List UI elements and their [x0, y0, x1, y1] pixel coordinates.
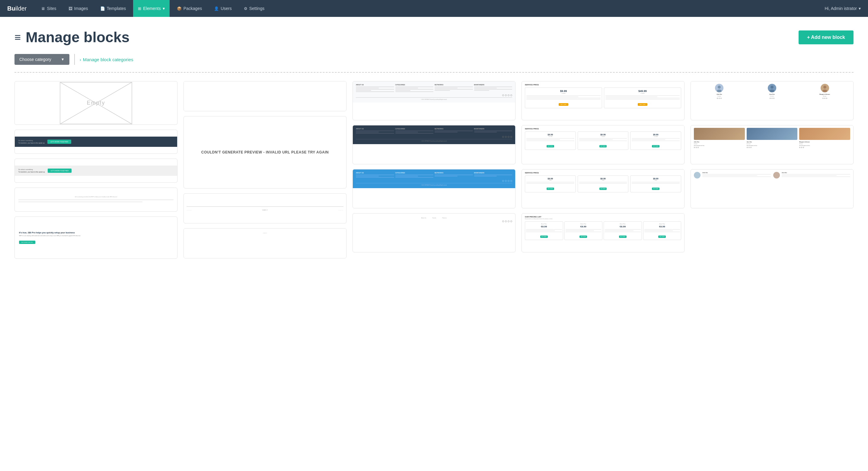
footer-bottom-line-1: [356, 97, 512, 98]
block-card-empty[interactable]: Empty: [14, 81, 178, 125]
block-card-blank-2[interactable]: insert it: [184, 228, 346, 259]
hero-cta-btn: BUY NOW FOR 25%: [19, 241, 35, 244]
block-card-service-green[interactable]: SERVICE PRICE $9.99 / month BUY NOW $9.9…: [522, 125, 684, 164]
templates-icon: 📄: [100, 6, 105, 11]
plan-line-1b: [526, 230, 555, 231]
member-social-dot-2b: [771, 98, 773, 99]
block-column-3: ABOUT US CATEGORIES: [352, 81, 516, 259]
block-card-service-small[interactable]: SERVICE PRICE $9.99 Yearly BUY NOW $9.99…: [522, 169, 684, 208]
add-new-block-button[interactable]: + Add new block: [799, 30, 854, 44]
service-green-price-1: $9.99: [526, 134, 574, 136]
service-small-cols: $9.99 Yearly BUY NOW $9.99 Yearly BUY NO…: [525, 175, 681, 192]
block-card-service-yellow[interactable]: SERVICE PRICE $9.99 / month BUY NOW: [522, 81, 684, 120]
content-preview-1: tell us amazing ourselves that RB Pro he…: [15, 193, 177, 207]
service-btn-2: BUY NOW: [638, 103, 647, 106]
footer-col-title-3: NETWORKS: [435, 84, 473, 86]
user-menu[interactable]: Hi, Admin istrator ▾: [825, 6, 861, 11]
team-image-name-1: John Doe: [694, 141, 745, 143]
service-green-line-2a: [579, 138, 627, 139]
service-line-2b: [606, 97, 657, 97]
team-cols-1: John Doe Designer: [694, 84, 850, 99]
nav-item-elements[interactable]: ⊞ Elements ▾: [133, 0, 169, 17]
footer-col-1: ABOUT US: [356, 84, 394, 93]
team-image-1-bg: [694, 128, 745, 140]
hero-description: SBI Pro is an amazing self-hosted web si…: [19, 235, 173, 237]
cta-subtext-2: Do what is something: [19, 169, 45, 170]
block-card-team-avatars[interactable]: John Doe Designer: [690, 81, 854, 120]
plan-line-1a: [526, 229, 562, 230]
block-card-footer-blue[interactable]: ABOUT US CATEGORIES NETWORKS: [352, 169, 516, 208]
footer-dark-line-1a: [356, 131, 394, 131]
block-card-content-1[interactable]: tell us amazing ourselves that RB Pro he…: [14, 188, 178, 212]
nav-item-packages[interactable]: 📦 Packages: [172, 0, 207, 17]
member-name-1: John Doe: [694, 94, 745, 95]
service-line-2a: [606, 95, 680, 96]
block-card-navbar[interactable]: About Us Tweets Partners: [352, 213, 516, 253]
footer-line-4d: [474, 90, 490, 91]
member-social-dot-1a: [717, 98, 718, 99]
block-card-footer-light[interactable]: ABOUT US CATEGORIES: [352, 81, 516, 120]
nav-item-packages-label: Packages: [184, 6, 202, 11]
service-small-period-1: Yearly: [526, 180, 574, 181]
category-select[interactable]: Choose category ▼: [14, 54, 69, 65]
footer-blue-grid: ABOUT US CATEGORIES NETWORKS: [356, 172, 512, 178]
footer-blue-col-1: ABOUT US: [356, 172, 394, 178]
block-card-footer-dark[interactable]: ABOUT US CATEGORIES: [352, 125, 516, 164]
empty-card-lines: [15, 82, 177, 124]
team-member-2: Jane Doe Developer: [747, 84, 798, 99]
team-image-social-2: [747, 147, 798, 148]
nav-brand[interactable]: Builder: [7, 5, 27, 12]
dotted-preview: ............... SHARE IT ...............: [184, 203, 346, 214]
service-green-preview: SERVICE PRICE $9.99 / month BUY NOW $9.9…: [522, 126, 684, 152]
service-green-period-2: / month: [579, 136, 627, 137]
footer-line-1a: [356, 87, 394, 87]
plan-line-2c: [566, 232, 601, 232]
pricing-list-col-2: Basic Plan €8.99 BUY NOW: [564, 221, 603, 240]
service-green-price-3: $9.99: [632, 134, 680, 136]
footer-line-1c: [356, 89, 394, 90]
block-card-team-text[interactable]: John Doe Jane Doe: [690, 169, 854, 208]
plan-name-4: Basic Plan: [644, 223, 680, 225]
social-icon-1: [502, 94, 504, 96]
blank-preview-2: insert it: [184, 229, 346, 258]
block-card-dotted[interactable]: ............... SHARE IT ...............: [184, 193, 346, 224]
nav-item-users[interactable]: 👤 Users: [209, 0, 237, 17]
plan-btn-1: BUY NOW: [540, 236, 548, 238]
block-card-cta-dark-1[interactable]: Do what is something To transform, you h…: [14, 130, 178, 154]
plan-price-3: €8.99: [605, 225, 641, 228]
plan-name-1: Basic Plan: [526, 223, 562, 225]
cta-maintext-2: To transform, you have to this speak up.: [19, 171, 45, 173]
team-text-preview: John Doe Jane Doe: [691, 169, 853, 181]
block-card-blank-1[interactable]: [184, 81, 346, 111]
team-img-social-3c: [803, 147, 804, 148]
service-small-btn-1: BUY NOW: [547, 188, 554, 190]
service-green-line-2c: [579, 140, 627, 141]
nav-item-settings[interactable]: ⚙ Settings: [239, 0, 270, 17]
block-card-team-images[interactable]: John Doe Designer Short description text…: [690, 125, 854, 164]
nav-item-templates[interactable]: 📄 Templates: [95, 0, 131, 17]
manage-categories-link[interactable]: › Manage block categories: [80, 57, 133, 62]
nav-item-images[interactable]: 🖼 Images: [64, 0, 93, 17]
footer-blue-title-4: MAINTAINERS: [474, 172, 513, 174]
dark-social-3: [508, 136, 509, 138]
block-card-hero[interactable]: It's true, SBI Pro helps you quickly set…: [14, 216, 178, 259]
footer-line-3b: [435, 88, 458, 88]
block-card-invalid[interactable]: COULDN'T GENERATE PREVIEW - INVALID URL …: [184, 116, 346, 189]
blue-social-3: [508, 180, 509, 182]
vertical-divider: [74, 54, 75, 65]
nav-item-sites[interactable]: 🖥 Sites: [36, 0, 61, 17]
service-small-col-3: $9.99 Yearly BUY NOW: [630, 175, 681, 192]
page-title-row: ≡ Manage blocks: [14, 29, 129, 45]
blank-preview-1: [184, 81, 346, 111]
footer-line-4a: [474, 87, 513, 87]
team-text-line-2a: [782, 174, 850, 175]
footer-line-3c: [435, 89, 473, 90]
member-social-1: [694, 98, 745, 99]
footer-blue-line-1c: [356, 177, 394, 178]
service-yellow-col-2: $49.99 / month BUY NOW: [604, 88, 681, 108]
user-greeting: Hi, Admin istrator: [825, 6, 857, 11]
footer-blue-line-1a: [356, 175, 394, 175]
plan-line-3a: [605, 229, 641, 230]
block-card-cta-dark-2[interactable]: Do what is something To transform, you h…: [14, 159, 178, 183]
block-card-pricing-list[interactable]: OUR PRICING LIST Download with our month…: [522, 213, 684, 253]
